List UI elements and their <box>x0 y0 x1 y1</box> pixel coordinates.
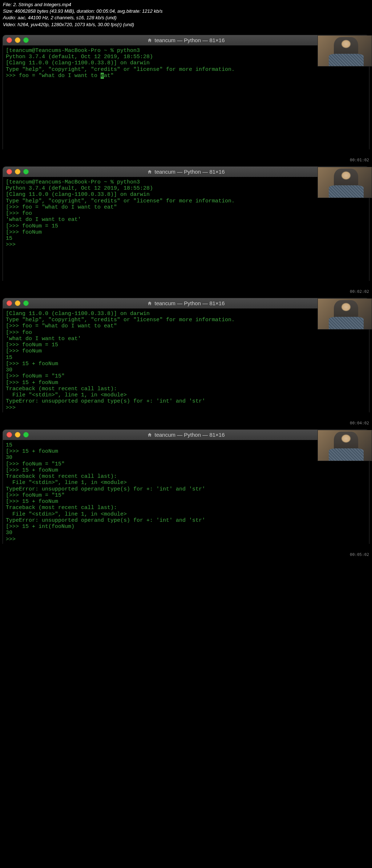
file-size-line: Size: 46062858 bytes (43.93 MiB), durati… <box>3 8 369 15</box>
video-frame: teancum — Python — 81×16[teancum@Teancum… <box>0 35 372 164</box>
home-icon <box>147 432 152 437</box>
maximize-icon[interactable] <box>23 300 29 306</box>
close-icon[interactable] <box>7 37 12 43</box>
terminal-line: [>>> 15 + fooNum <box>6 361 366 367</box>
window-titlebar: teancum — Python — 81×16 <box>3 430 369 440</box>
terminal-body[interactable]: [Clang 11.0.0 (clang-1100.0.33.8)] on da… <box>3 308 369 412</box>
minimize-icon[interactable] <box>15 37 20 43</box>
terminal-line: [>>> foo <box>6 330 366 336</box>
window-title-text: teancum — Python — 81×16 <box>154 169 225 175</box>
maximize-icon[interactable] <box>23 432 29 437</box>
terminal-line: >>> foo = "what do I want to eat" <box>6 73 366 79</box>
terminal-line: Type "help", "copyright", "credits" or "… <box>6 66 366 73</box>
terminal-line: 30 <box>6 455 366 461</box>
terminal-line: 'what do I want to eat' <box>6 217 366 223</box>
terminal-line: File "<stdin>", line 1, in <module> <box>6 392 366 398</box>
traffic-lights <box>7 169 29 174</box>
frame-timestamp: 00:04:02 <box>350 421 369 425</box>
terminal-line: Traceback (most recent call last): <box>6 473 366 480</box>
traffic-lights <box>7 37 29 43</box>
window-titlebar: teancum — Python — 81×16 <box>3 35 369 45</box>
terminal-line: [>>> 15 + int(fooNum) <box>6 524 366 530</box>
terminal-line: [>>> fooNum = 15 <box>6 223 366 229</box>
terminal-line: [>>> foo <box>6 210 366 217</box>
terminal-body[interactable]: [teancum@Teancums-MacBook-Pro ~ % python… <box>3 177 369 281</box>
home-icon <box>147 38 152 43</box>
cursor: e <box>101 73 104 79</box>
webcam-overlay <box>318 167 372 198</box>
close-icon[interactable] <box>7 432 12 437</box>
terminal-window: teancum — Python — 81×16[Clang 11.0.0 (c… <box>3 298 369 412</box>
home-icon <box>147 169 152 174</box>
terminal-window: teancum — Python — 81×1615[>>> 15 + fooN… <box>3 430 369 544</box>
terminal-line: [>>> 15 + fooNum <box>6 498 366 505</box>
maximize-icon[interactable] <box>23 169 29 174</box>
frame-timestamp: 00:05:02 <box>350 552 369 557</box>
minimize-icon[interactable] <box>15 300 20 306</box>
terminal-line: Traceback (most recent call last): <box>6 386 366 392</box>
terminal-line: 'what do I want to eat' <box>6 336 366 342</box>
terminal-line: 30 <box>6 367 366 373</box>
window-title-text: teancum — Python — 81×16 <box>154 37 225 43</box>
terminal-line: [>>> fooNum <box>6 229 366 235</box>
window-titlebar: teancum — Python — 81×16 <box>3 167 369 177</box>
webcam-overlay <box>318 298 372 330</box>
window-title-text: teancum — Python — 81×16 <box>154 300 225 306</box>
file-name-line: File: 2. Strings and Integers.mp4 <box>3 1 369 8</box>
terminal-body[interactable]: 15[>>> 15 + fooNum30[>>> fooNum = "15"[>… <box>3 440 369 544</box>
minimize-icon[interactable] <box>15 432 20 437</box>
terminal-line: [>>> 15 + fooNum <box>6 448 366 455</box>
terminal-line: TypeError: unsupported operand type(s) f… <box>6 517 366 524</box>
terminal-line: >>> <box>6 405 366 411</box>
webcam-overlay <box>318 430 372 461</box>
terminal-line: [>>> fooNum = "15" <box>6 492 366 498</box>
close-icon[interactable] <box>7 169 12 174</box>
frame-timestamp: 00:02:02 <box>350 289 369 294</box>
minimize-icon[interactable] <box>15 169 20 174</box>
terminal-line: TypeError: unsupported operand type(s) f… <box>6 398 366 404</box>
terminal-line: [Clang 11.0.0 (clang-1100.0.33.8)] on da… <box>6 311 366 317</box>
window-title: teancum — Python — 81×16 <box>3 432 369 438</box>
window-title-text: teancum — Python — 81×16 <box>154 432 225 438</box>
webcam-overlay <box>318 35 372 66</box>
terminal-line: [>>> fooNum = "15" <box>6 461 366 467</box>
terminal-line: [teancum@Teancums-MacBook-Pro ~ % python… <box>6 48 366 54</box>
maximize-icon[interactable] <box>23 37 29 43</box>
video-frame: teancum — Python — 81×16[Clang 11.0.0 (c… <box>0 298 372 427</box>
terminal-line: [>>> foo = "what do I want to eat" <box>6 204 366 210</box>
close-icon[interactable] <box>7 300 12 306</box>
terminal-line: Python 3.7.4 (default, Oct 12 2019, 18:5… <box>6 185 366 191</box>
terminal-line: [>>> fooNum = 15 <box>6 342 366 348</box>
terminal-line: Traceback (most recent call last): <box>6 505 366 511</box>
terminal-line: [teancum@Teancums-MacBook-Pro ~ % python… <box>6 179 366 185</box>
traffic-lights <box>7 432 29 437</box>
video-frame: teancum — Python — 81×16[teancum@Teancum… <box>0 167 372 295</box>
terminal-body[interactable]: [teancum@Teancums-MacBook-Pro ~ % python… <box>3 45 369 149</box>
terminal-window: teancum — Python — 81×16[teancum@Teancum… <box>3 35 369 149</box>
terminal-line: [>>> fooNum <box>6 348 366 354</box>
terminal-line: File "<stdin>", line 1, in <module> <box>6 511 366 517</box>
terminal-line: >>> <box>6 242 366 248</box>
window-title: teancum — Python — 81×16 <box>3 169 369 175</box>
terminal-line: Type "help", "copyright", "credits" or "… <box>6 317 366 323</box>
terminal-line: [>>> fooNum = "15" <box>6 373 366 379</box>
terminal-line: 15 <box>6 235 366 242</box>
frame-timestamp: 00:01:02 <box>350 158 369 162</box>
terminal-line: [>>> foo = "what do I want to eat" <box>6 323 366 329</box>
file-video-line: Video: h264, yuv420p, 1280x720, 1073 kb/… <box>3 21 369 28</box>
window-titlebar: teancum — Python — 81×16 <box>3 298 369 308</box>
terminal-line: Type "help", "copyright", "credits" or "… <box>6 198 366 204</box>
terminal-window: teancum — Python — 81×16[teancum@Teancum… <box>3 167 369 281</box>
terminal-line: Python 3.7.4 (default, Oct 12 2019, 18:5… <box>6 54 366 60</box>
terminal-line: 15 <box>6 442 366 448</box>
terminal-line: [>>> 15 + fooNum <box>6 380 366 386</box>
terminal-line: File "<stdin>", line 1, in <module> <box>6 480 366 486</box>
terminal-line: TypeError: unsupported operand type(s) f… <box>6 486 366 492</box>
window-title: teancum — Python — 81×16 <box>3 37 369 43</box>
terminal-line: 30 <box>6 530 366 536</box>
terminal-line: [Clang 11.0.0 (clang-1100.0.33.8)] on da… <box>6 60 366 66</box>
video-frame: teancum — Python — 81×1615[>>> 15 + fooN… <box>0 430 372 558</box>
window-title: teancum — Python — 81×16 <box>3 300 369 306</box>
terminal-line: 15 <box>6 355 366 361</box>
traffic-lights <box>7 300 29 306</box>
